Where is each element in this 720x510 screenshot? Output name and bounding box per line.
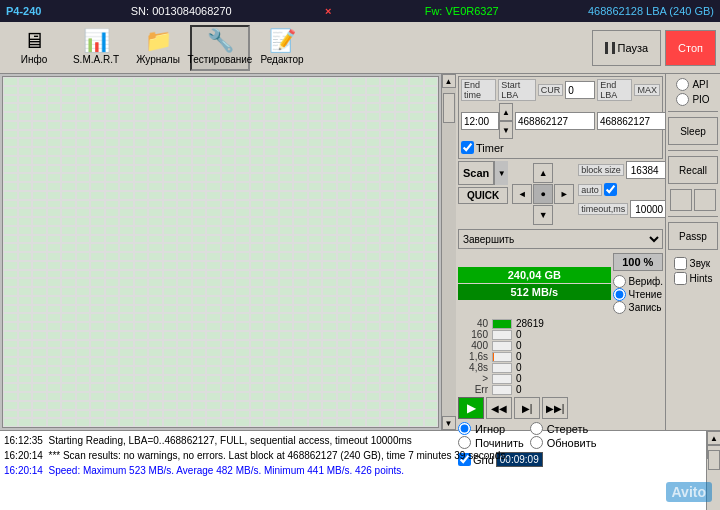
scan-cell [148,366,163,375]
scan-cell [235,77,250,86]
scan-cell [163,287,178,296]
finish-select[interactable]: Завершить [458,229,663,249]
radio-api-input[interactable] [676,78,689,91]
scan-cell [61,278,76,287]
scan-cell [61,410,76,419]
time-down-btn[interactable]: ▼ [499,121,513,139]
scan-cell [76,375,91,384]
scan-cell [279,156,294,165]
sound-checkbox[interactable] [674,257,687,270]
log-scroll-thumb[interactable] [708,450,720,470]
play-button[interactable]: ▶ [458,397,484,419]
radio-write-input[interactable] [613,301,626,314]
scan-cell [61,252,76,261]
scan-dropdown[interactable]: ▼ [494,161,508,185]
time-up-btn[interactable]: ▲ [499,103,513,121]
timer-checkbox[interactable] [461,141,474,154]
speed-box: 512 MB/s [458,284,611,300]
scan-cell [250,226,265,235]
end-btn[interactable]: ▶▶| [542,397,568,419]
timing-4s8-label: 4,8s [458,362,488,373]
cur-value-input[interactable] [565,81,595,99]
scan-cell [105,418,120,427]
scan-cell [177,173,192,182]
scroll-up-arrow[interactable]: ▲ [442,74,456,88]
scan-cell [32,165,47,174]
scan-cell [148,392,163,401]
small-btn-1[interactable] [670,189,692,211]
small-btn-2[interactable] [694,189,716,211]
scan-cell [90,173,105,182]
scan-button[interactable]: Scan [458,161,494,185]
toolbar-label-info: Инфо [21,54,48,65]
close-button[interactable]: × [321,5,335,17]
scan-cell [424,348,439,357]
radio-verify-input[interactable] [613,275,626,288]
scan-cell [279,296,294,305]
scan-cell [250,278,265,287]
log-msg-3: Speed: Maximum 523 MB/s. Average 482 MB/… [49,465,405,476]
hints-checkbox[interactable] [674,272,687,285]
radio-read-input[interactable] [613,288,626,301]
stop-button[interactable]: Стоп [665,30,716,66]
scroll-down-arrow[interactable]: ▼ [442,416,456,430]
scan-cell [337,322,352,331]
scan-cell [409,322,424,331]
rewind-button[interactable]: ◀◀ [486,397,512,419]
passp-button[interactable]: Passp [668,222,718,250]
scan-cell [351,112,366,121]
time-input[interactable] [461,112,499,130]
toolbar-btn-testing[interactable]: 🔧 Тестирование [190,25,250,71]
toolbar-btn-info[interactable]: 🖥 Инфо [4,25,64,71]
scan-cell [90,95,105,104]
auto-checkbox[interactable] [604,183,617,196]
scroll-thumb[interactable] [443,93,455,123]
scan-cell [119,296,134,305]
scan-cell [409,305,424,314]
scan-cell [76,147,91,156]
scan-cell [47,103,62,112]
quick-button[interactable]: QUICK [458,187,508,204]
nav-center-btn[interactable]: ● [533,184,553,204]
scan-cell [134,156,149,165]
recall-button[interactable]: Recall [668,156,718,184]
scan-cell [3,156,18,165]
scan-cell [32,95,47,104]
pause-button[interactable]: Пауза [592,30,662,66]
scan-cell [264,200,279,209]
scroll-track[interactable] [442,88,456,416]
scan-cell [221,77,236,86]
sleep-button[interactable]: Sleep [668,117,718,145]
toolbar-btn-smart[interactable]: 📊 S.M.A.R.T [66,25,126,71]
start-lba-input[interactable] [515,112,595,130]
scan-cell [105,357,120,366]
log-scrollbar[interactable]: ▲ ▼ [706,431,720,510]
scan-cell [105,121,120,130]
scan-cell [47,208,62,217]
scan-cell [221,191,236,200]
scan-cell [235,383,250,392]
timing-1s6-fill [493,353,494,361]
scan-cell [250,401,265,410]
nav-left-btn[interactable]: ◄ [512,184,532,204]
toolbar-btn-journals[interactable]: 📁 Журналы [128,25,188,71]
scan-cell [337,366,352,375]
log-scroll-up[interactable]: ▲ [707,431,720,445]
lba-label: 468862128 LBA (240 GB) [588,5,714,17]
nav-right-btn[interactable]: ► [554,184,574,204]
scan-cell [18,270,33,279]
scan-cell [3,313,18,322]
scan-cell [32,418,47,427]
scan-cell [337,165,352,174]
scan-cell [351,130,366,139]
scan-cell [61,156,76,165]
step-btn[interactable]: ▶| [514,397,540,419]
nav-down-btn[interactable]: ▼ [533,205,553,225]
scan-cell [148,112,163,121]
toolbar-btn-editor[interactable]: 📝 Редактор [252,25,312,71]
scan-cell [308,173,323,182]
radio-pio-input[interactable] [676,93,689,106]
scan-cell [235,147,250,156]
vertical-scrollbar[interactable]: ▲ ▼ [441,74,455,430]
nav-up-btn[interactable]: ▲ [533,163,553,183]
